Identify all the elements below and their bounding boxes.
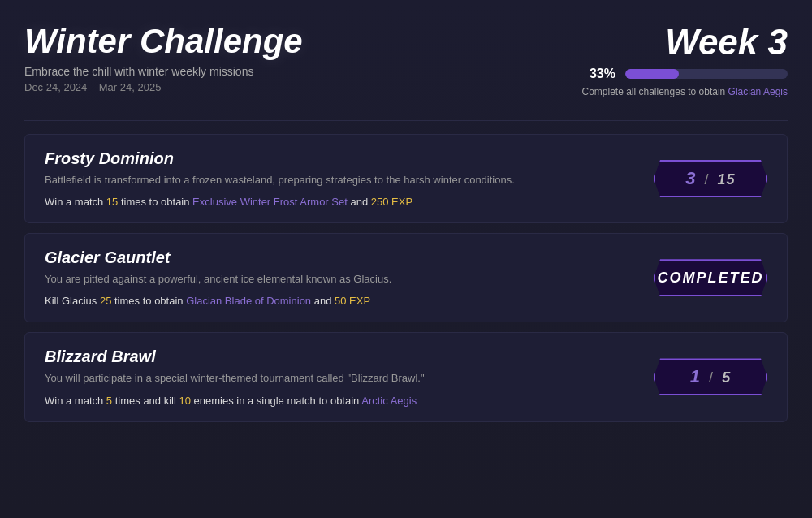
challenge-info-frosty: Frosty Dominion Battlefield is transform… (45, 149, 654, 208)
challenge-desc-glacier: You are pitted against a powerful, ancie… (45, 272, 634, 287)
badge-completed-text: COMPLETED (657, 270, 763, 287)
challenge-reward-frosty: Win a match 15 times to obtain Exclusive… (45, 196, 634, 208)
challenge-info-blizzard: Blizzard Brawl You will participate in a… (45, 347, 654, 406)
progress-percent: 33% (590, 67, 615, 81)
week-label: Week 3 (665, 24, 788, 60)
challenge-title-glacier: Glacier Gauntlet (45, 248, 634, 267)
challenge-title: Winter Challenge (24, 24, 303, 58)
main-container: Winter Challenge Embrace the chill with … (0, 0, 812, 518)
challenge-card-blizzard-brawl: Blizzard Brawl You will participate in a… (24, 332, 788, 421)
badge-shape-glacier: COMPLETED (654, 259, 767, 296)
header-left: Winter Challenge Embrace the chill with … (24, 24, 303, 93)
header: Winter Challenge Embrace the chill with … (24, 24, 788, 97)
complete-text: Complete all challenges to obtain Glacia… (581, 86, 788, 97)
challenge-title-frosty: Frosty Dominion (45, 149, 634, 168)
badge-shape-frosty: 3 / 15 (654, 160, 767, 197)
challenge-card-glacier-gauntlet: Glacier Gauntlet You are pitted against … (24, 233, 788, 322)
challenge-badge-blizzard: 1 / 5 (654, 356, 767, 397)
badge-shape-blizzard: 1 / 5 (654, 358, 767, 395)
challenge-title-blizzard: Blizzard Brawl (45, 347, 634, 366)
challenge-reward-glacier: Kill Glacius 25 times to obtain Glacian … (45, 295, 634, 307)
challenge-desc-frosty: Battlefield is transformed into a frozen… (45, 173, 634, 188)
challenge-info-glacier: Glacier Gauntlet You are pitted against … (45, 248, 654, 307)
challenge-badge-frosty: 3 / 15 (654, 158, 767, 199)
header-right: Week 3 33% Complete all challenges to ob… (581, 24, 788, 97)
challenge-reward-blizzard: Win a match 5 times and kill 10 enemies … (45, 395, 634, 407)
challenge-dates: Dec 24, 2024 – Mar 24, 2025 (24, 81, 303, 93)
header-divider (24, 120, 788, 121)
progress-bar (625, 69, 788, 79)
challenges-list: Frosty Dominion Battlefield is transform… (24, 134, 788, 422)
badge-counter-blizzard: 1 / 5 (690, 366, 731, 387)
challenge-badge-glacier: COMPLETED (654, 257, 767, 298)
challenge-desc-blizzard: You will participate in a special winter… (45, 371, 634, 386)
challenge-card-frosty-dominion: Frosty Dominion Battlefield is transform… (24, 134, 788, 223)
challenge-subtitle: Embrace the chill with winter weekly mis… (24, 65, 303, 78)
complete-reward-link[interactable]: Glacian Aegis (728, 86, 788, 97)
badge-current-frosty: 3 / 15 (685, 168, 735, 189)
progress-section: 33% (590, 67, 788, 81)
progress-bar-fill (625, 69, 679, 79)
